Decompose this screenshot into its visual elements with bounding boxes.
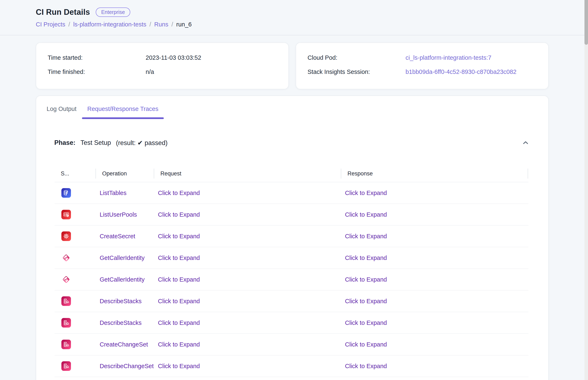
info-row: Cloud Pod:ci_ls-platform-integration-tes… xyxy=(308,54,548,62)
table-row: DescribeChangeSet Click to Expand Click … xyxy=(55,355,529,377)
request-expand-link[interactable]: Click to Expand xyxy=(158,211,200,218)
phase-label: Phase: xyxy=(54,139,75,147)
operation-cell: DescribeStacks xyxy=(96,298,154,305)
operation-cell: ListUserPools xyxy=(96,211,154,218)
breadcrumb-item[interactable]: Runs xyxy=(154,21,168,28)
breadcrumb-item[interactable]: ls-platform-integration-tests xyxy=(73,21,146,28)
response-cell: Click to Expand xyxy=(341,211,528,218)
info-value-link[interactable]: b1bb09da-6ff0-4c52-8930-c870ba23c082 xyxy=(405,68,516,75)
service-cell xyxy=(55,253,96,263)
service-cell xyxy=(55,318,96,327)
breadcrumb-separator: / xyxy=(171,21,173,28)
table-row: GetCallerIdentity Click to Expand Click … xyxy=(55,247,529,269)
request-expand-link[interactable]: Click to Expand xyxy=(158,341,200,348)
service-cell xyxy=(55,275,96,284)
traces-table: S...OperationRequestResponse ListTables … xyxy=(55,165,529,377)
info-label: Cloud Pod: xyxy=(308,54,405,61)
cloudformation-icon xyxy=(61,340,71,349)
info-label: Time finished: xyxy=(48,68,146,75)
request-expand-link[interactable]: Click to Expand xyxy=(158,276,200,283)
service-cell xyxy=(55,296,96,306)
operation-cell: GetCallerIdentity xyxy=(96,276,154,283)
cloudformation-icon xyxy=(61,361,71,371)
service-cell xyxy=(55,361,96,371)
operation-cell: ListTables xyxy=(96,190,154,196)
sts-icon xyxy=(61,275,71,284)
tab-log-output[interactable]: Log Output xyxy=(41,96,82,119)
request-expand-link[interactable]: Click to Expand xyxy=(158,363,200,369)
tab-bar: Log OutputRequest/Response Traces xyxy=(36,96,548,119)
response-expand-link[interactable]: Click to Expand xyxy=(345,190,387,196)
cloud-info-card: Cloud Pod:ci_ls-platform-integration-tes… xyxy=(296,42,549,89)
tab-request-response-traces[interactable]: Request/Response Traces xyxy=(82,96,164,119)
service-cell xyxy=(55,188,96,198)
response-expand-link[interactable]: Click to Expand xyxy=(345,363,387,369)
request-cell: Click to Expand xyxy=(154,254,341,261)
info-row: Time finished:n/a xyxy=(48,68,288,76)
response-cell: Click to Expand xyxy=(341,233,528,240)
collapse-phase-button[interactable] xyxy=(521,138,531,148)
service-cell xyxy=(55,340,96,349)
column-header[interactable]: Request xyxy=(154,165,341,182)
response-cell: Click to Expand xyxy=(341,190,528,196)
response-cell: Click to Expand xyxy=(341,320,528,326)
table-row: ListUserPools Click to Expand Click to E… xyxy=(55,204,529,226)
phase-name: Test Setup xyxy=(80,139,111,147)
request-expand-link[interactable]: Click to Expand xyxy=(158,233,200,240)
response-cell: Click to Expand xyxy=(341,341,528,348)
enterprise-badge: Enterprise xyxy=(96,7,130,17)
request-cell: Click to Expand xyxy=(154,298,341,305)
column-header[interactable]: Operation xyxy=(96,165,154,182)
response-cell: Click to Expand xyxy=(341,298,528,305)
info-label: Stack Insights Session: xyxy=(308,68,405,75)
info-value: 2023-11-03 03:03:52 xyxy=(146,54,201,61)
page-scrollbar xyxy=(585,0,588,380)
info-label: Time started: xyxy=(48,54,146,61)
info-row: Time started:2023-11-03 03:03:52 xyxy=(48,54,288,62)
request-cell: Click to Expand xyxy=(154,190,341,196)
table-row: DescribeStacks Click to Expand Click to … xyxy=(55,312,529,334)
response-expand-link[interactable]: Click to Expand xyxy=(345,276,387,283)
table-row: DescribeStacks Click to Expand Click to … xyxy=(55,290,529,312)
response-expand-link[interactable]: Click to Expand xyxy=(345,233,387,240)
column-header[interactable]: S... xyxy=(55,165,96,182)
phase-result: (result: ✔ passed) xyxy=(116,139,167,147)
operation-cell: GetCallerIdentity xyxy=(96,254,154,261)
traces-card: Log OutputRequest/Response Traces Phase:… xyxy=(36,95,549,380)
run-times-card: Time started:2023-11-03 03:03:52Time fin… xyxy=(36,42,289,89)
breadcrumb-separator: / xyxy=(69,21,70,28)
response-expand-link[interactable]: Click to Expand xyxy=(345,211,387,218)
table-row: GetCallerIdentity Click to Expand Click … xyxy=(55,269,529,290)
scrollbar-thumb[interactable] xyxy=(585,0,588,45)
request-expand-link[interactable]: Click to Expand xyxy=(158,190,200,196)
service-cell xyxy=(55,210,96,219)
page-header: CI Run Details Enterprise CI Projects/ls… xyxy=(0,0,588,35)
chevron-up-icon xyxy=(522,139,530,147)
response-expand-link[interactable]: Click to Expand xyxy=(345,320,387,326)
request-cell: Click to Expand xyxy=(154,233,341,240)
breadcrumb-item[interactable]: CI Projects xyxy=(36,21,65,28)
page-title: CI Run Details xyxy=(36,8,90,17)
table-row: CreateChangeSet Click to Expand Click to… xyxy=(55,334,529,355)
request-expand-link[interactable]: Click to Expand xyxy=(158,254,200,261)
sts-icon xyxy=(61,253,71,263)
request-cell: Click to Expand xyxy=(154,211,341,218)
cloudformation-icon xyxy=(61,296,71,306)
operation-cell: DescribeChangeSet xyxy=(96,363,154,370)
request-cell: Click to Expand xyxy=(154,276,341,283)
info-value-link[interactable]: ci_ls-platform-integration-tests:7 xyxy=(405,54,492,61)
request-expand-link[interactable]: Click to Expand xyxy=(158,320,200,326)
response-cell: Click to Expand xyxy=(341,276,528,283)
operation-cell: CreateSecret xyxy=(96,233,154,240)
request-expand-link[interactable]: Click to Expand xyxy=(158,298,200,304)
info-value: n/a xyxy=(146,68,154,75)
column-header[interactable]: Response xyxy=(341,165,528,182)
response-expand-link[interactable]: Click to Expand xyxy=(345,254,387,261)
response-expand-link[interactable]: Click to Expand xyxy=(345,341,387,348)
info-row: Stack Insights Session:b1bb09da-6ff0-4c5… xyxy=(308,68,548,76)
breadcrumb-item: run_6 xyxy=(176,21,192,28)
summary-cards-row: Time started:2023-11-03 03:03:52Time fin… xyxy=(36,42,549,89)
response-expand-link[interactable]: Click to Expand xyxy=(345,298,387,304)
operation-cell: CreateChangeSet xyxy=(96,341,154,348)
request-cell: Click to Expand xyxy=(154,320,341,326)
